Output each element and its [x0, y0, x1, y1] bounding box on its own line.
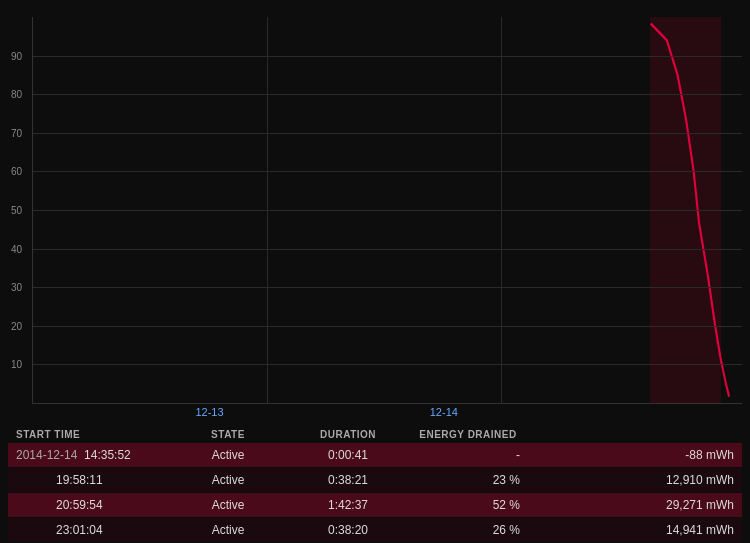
cell-energy-pct: 26 %: [408, 518, 528, 543]
grid-line: [33, 326, 742, 327]
cell-energy-pct: 52 %: [408, 493, 528, 518]
cell-start-time: 2014-12-14 14:35:52: [8, 443, 168, 468]
grid-label: 90: [11, 50, 22, 61]
grid-label: 20: [11, 320, 22, 331]
cell-duration: 0:38:21: [288, 468, 408, 493]
cell-duration: 1:42:37: [288, 493, 408, 518]
page-wrapper: 908070605040302010 12-1312-14 START TIME…: [0, 0, 750, 543]
col-header-energy: ENERGY DRAINED: [408, 426, 528, 443]
table-header: START TIME STATE DURATION ENERGY DRAINED: [8, 426, 742, 443]
col-header-duration: DURATION: [288, 426, 408, 443]
col-header-start: START TIME: [8, 426, 168, 443]
chart-container: 908070605040302010: [32, 17, 742, 404]
grid-label: 10: [11, 359, 22, 370]
grid-line: [33, 94, 742, 95]
cell-state: Active: [168, 518, 288, 543]
cell-state: Active: [168, 468, 288, 493]
cell-state: Active: [168, 443, 288, 468]
cell-start-time: 23:01:04: [8, 518, 168, 543]
vertical-grid-line: [267, 17, 268, 403]
grid-label: 40: [11, 243, 22, 254]
header: [8, 8, 742, 9]
grid-line: [33, 287, 742, 288]
grid-label: 30: [11, 282, 22, 293]
grid-line: [33, 249, 742, 250]
cell-duration: 0:38:20: [288, 518, 408, 543]
cell-energy-mwh: 12,910 mWh: [528, 468, 742, 493]
cell-energy-mwh: -88 mWh: [528, 443, 742, 468]
grid-label: 50: [11, 205, 22, 216]
cell-energy-mwh: 29,271 mWh: [528, 493, 742, 518]
cell-start-time: 20:59:54: [8, 493, 168, 518]
grid-label: 80: [11, 89, 22, 100]
cell-start-time: 19:58:11: [8, 468, 168, 493]
table-row: 23:01:04 Active 0:38:20 26 % 14,941 mWh: [8, 518, 742, 543]
grid-line: [33, 56, 742, 57]
table-row: 20:59:54 Active 1:42:37 52 % 29,271 mWh: [8, 493, 742, 518]
col-header-mwh: [528, 426, 742, 443]
cell-energy-mwh: 14,941 mWh: [528, 518, 742, 543]
table-body: 2014-12-14 14:35:52 Active 0:00:41 - -88…: [8, 443, 742, 543]
x-axis-label: 12-14: [430, 406, 458, 418]
table-row: 2014-12-14 14:35:52 Active 0:00:41 - -88…: [8, 443, 742, 468]
cell-energy-pct: 23 %: [408, 468, 528, 493]
grid-label: 60: [11, 166, 22, 177]
data-table: START TIME STATE DURATION ENERGY DRAINED…: [8, 426, 742, 543]
grid-label: 70: [11, 127, 22, 138]
col-header-state: STATE: [168, 426, 288, 443]
table-row: 19:58:11 Active 0:38:21 23 % 12,910 mWh: [8, 468, 742, 493]
chart-area: 908070605040302010 12-1312-14: [8, 17, 742, 422]
chart-inner: 908070605040302010: [32, 17, 742, 404]
cell-energy-pct: -: [408, 443, 528, 468]
x-axis-label: 12-13: [195, 406, 223, 418]
x-axis: 12-1312-14: [32, 404, 742, 422]
grid-line: [33, 133, 742, 134]
grid-line: [33, 171, 742, 172]
cell-duration: 0:00:41: [288, 443, 408, 468]
grid-line: [33, 364, 742, 365]
grid-line: [33, 210, 742, 211]
cell-state: Active: [168, 493, 288, 518]
vertical-grid-line: [501, 17, 502, 403]
